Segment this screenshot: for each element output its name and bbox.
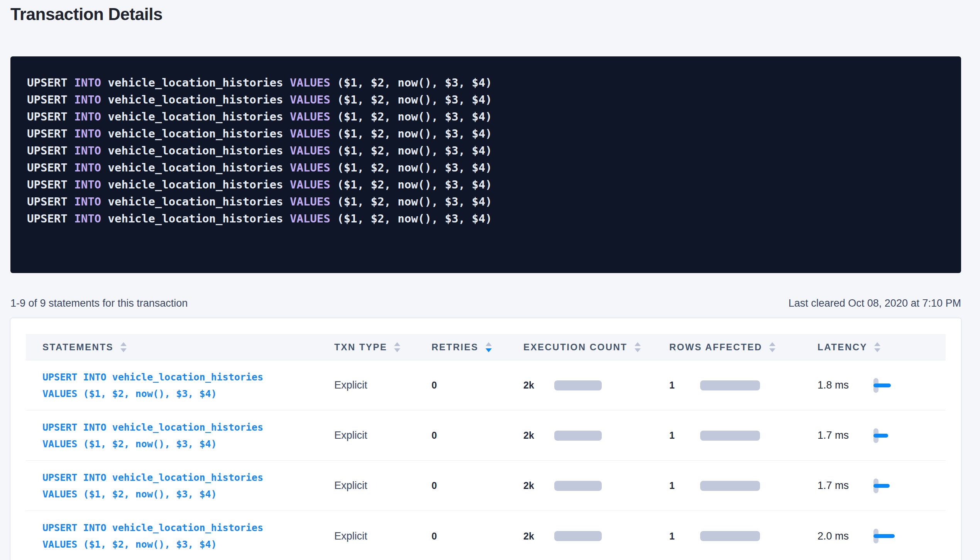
sql-line: UPSERT INTO vehicle_location_histories V… xyxy=(27,176,946,193)
sort-arrows-icon xyxy=(120,342,127,352)
execution-count-cell: 2k xyxy=(519,531,665,542)
column-label: LATENCY xyxy=(818,342,867,353)
column-header-execution-count[interactable]: EXECUTION COUNT xyxy=(519,342,665,353)
execution-count-cell: 2k xyxy=(519,380,665,391)
sql-line: UPSERT INTO vehicle_location_histories V… xyxy=(27,159,946,176)
table-row: UPSERT INTO vehicle_location_histories V… xyxy=(26,360,946,411)
sql-line: UPSERT INTO vehicle_location_histories V… xyxy=(27,142,946,159)
txn-type-cell: Explicit xyxy=(330,480,427,492)
rows-affected-bar xyxy=(700,481,760,491)
rows-affected-cell: 1 xyxy=(665,531,813,542)
sql-line: UPSERT INTO vehicle_location_histories V… xyxy=(27,91,946,108)
sort-arrows-icon xyxy=(874,342,880,352)
execution-count-bar xyxy=(554,431,602,441)
sql-line: UPSERT INTO vehicle_location_histories V… xyxy=(27,108,946,125)
rows-affected-bar xyxy=(700,380,760,390)
execution-count-bar xyxy=(554,481,602,491)
txn-type-cell: Explicit xyxy=(330,429,427,441)
column-header-statements[interactable]: STATEMENTS xyxy=(26,342,330,353)
txn-type-cell: Explicit xyxy=(330,379,427,391)
column-label: TXN TYPE xyxy=(334,342,387,353)
sort-arrows-icon xyxy=(394,342,400,352)
statements-count-text: 1-9 of 9 statements for this transaction xyxy=(10,297,188,309)
sort-arrows-icon xyxy=(486,342,492,352)
latency-bar-chart xyxy=(873,428,900,443)
statements-table: STATEMENTS TXN TYPE RETRIES EXECUTION CO… xyxy=(26,334,946,560)
transaction-sql-viewer: UPSERT INTO vehicle_location_histories V… xyxy=(10,56,961,273)
sql-line: UPSERT INTO vehicle_location_histories V… xyxy=(27,210,946,227)
retries-cell: 0 xyxy=(427,380,519,391)
latency-cell: 1.7 ms xyxy=(813,478,946,494)
latency-cell: 1.8 ms xyxy=(813,378,946,393)
statement-link[interactable]: UPSERT INTO vehicle_location_histories V… xyxy=(26,469,330,502)
retries-cell: 0 xyxy=(427,430,519,441)
statement-link[interactable]: UPSERT INTO vehicle_location_histories V… xyxy=(26,369,330,402)
statement-link[interactable]: UPSERT INTO vehicle_location_histories V… xyxy=(26,419,330,452)
latency-bar-chart xyxy=(873,528,900,544)
rows-affected-bar xyxy=(700,431,760,441)
column-header-latency[interactable]: LATENCY xyxy=(813,342,946,353)
table-body: UPSERT INTO vehicle_location_histories V… xyxy=(26,360,946,560)
execution-count-bar xyxy=(554,380,602,390)
latency-cell: 2.0 ms xyxy=(813,528,946,544)
sort-arrows-icon xyxy=(635,342,641,352)
sort-arrows-icon xyxy=(769,342,775,352)
last-cleared-text: Last cleared Oct 08, 2020 at 7:10 PM xyxy=(789,297,961,309)
column-header-rows-affected[interactable]: ROWS AFFECTED xyxy=(665,342,813,353)
rows-affected-cell: 1 xyxy=(665,380,813,391)
txn-type-cell: Explicit xyxy=(330,530,427,542)
statement-link[interactable]: UPSERT INTO vehicle_location_histories V… xyxy=(26,519,330,553)
rows-affected-cell: 1 xyxy=(665,430,813,441)
column-label: ROWS AFFECTED xyxy=(669,342,762,353)
rows-affected-bar xyxy=(700,531,760,541)
latency-cell: 1.7 ms xyxy=(813,428,946,443)
table-header-row: STATEMENTS TXN TYPE RETRIES EXECUTION CO… xyxy=(26,334,946,360)
column-header-retries[interactable]: RETRIES xyxy=(427,342,519,353)
latency-bar-chart xyxy=(873,378,900,393)
column-header-txn-type[interactable]: TXN TYPE xyxy=(330,342,427,353)
retries-cell: 0 xyxy=(427,531,519,542)
latency-bar-chart xyxy=(873,478,900,494)
column-label: RETRIES xyxy=(432,342,479,353)
sql-line: UPSERT INTO vehicle_location_histories V… xyxy=(27,193,946,210)
retries-cell: 0 xyxy=(427,480,519,491)
execution-count-cell: 2k xyxy=(519,480,665,491)
table-row: UPSERT INTO vehicle_location_histories V… xyxy=(26,411,946,461)
column-label: EXECUTION COUNT xyxy=(523,342,628,353)
table-row: UPSERT INTO vehicle_location_histories V… xyxy=(26,461,946,511)
execution-count-cell: 2k xyxy=(519,430,665,441)
sql-line: UPSERT INTO vehicle_location_histories V… xyxy=(27,125,946,142)
statements-card: STATEMENTS TXN TYPE RETRIES EXECUTION CO… xyxy=(10,318,961,560)
table-row: UPSERT INTO vehicle_location_histories V… xyxy=(26,511,946,560)
page-title: Transaction Details xyxy=(10,5,162,24)
column-label: STATEMENTS xyxy=(42,342,113,353)
execution-count-bar xyxy=(554,531,602,541)
sql-line: UPSERT INTO vehicle_location_histories V… xyxy=(27,74,946,91)
rows-affected-cell: 1 xyxy=(665,480,813,491)
summary-bar: 1-9 of 9 statements for this transaction… xyxy=(10,297,961,309)
